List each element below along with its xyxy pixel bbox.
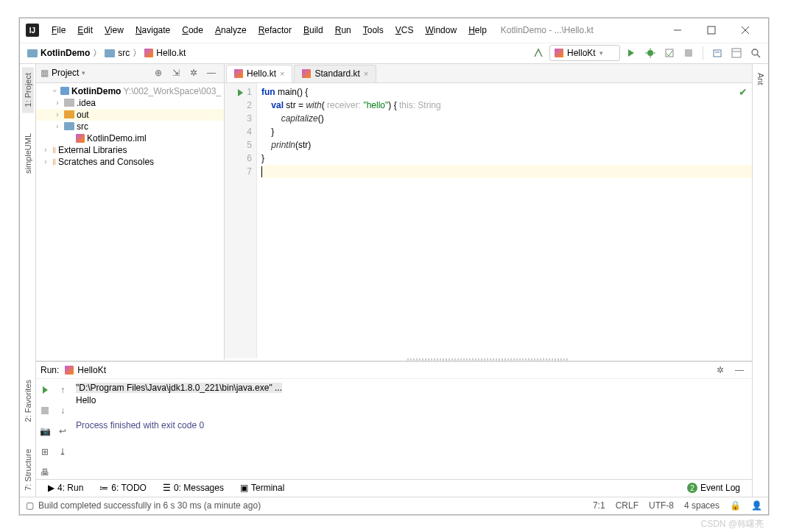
menu-navigate[interactable]: Navigate [130,22,175,38]
tree-row[interactable]: ›⫴ External Libraries [36,144,224,156]
stop-run-button[interactable] [37,402,53,419]
layout-button[interactable]: ⊞ [37,444,53,460]
kotlin-icon [65,366,74,375]
main-menu: FileEditViewNavigateCodeAnalyzeRefactorB… [46,22,492,38]
messages-tab[interactable]: ☰ 0: Messages [155,481,231,494]
svg-line-16 [757,54,760,57]
menu-window[interactable]: Window [420,22,462,38]
menu-file[interactable]: File [46,22,71,38]
debug-button[interactable] [642,45,658,61]
kotlin-icon [555,49,563,57]
structure-button[interactable] [728,45,745,61]
expand-icon[interactable]: ⇲ [168,65,184,81]
caret-position[interactable]: 7:1 [593,500,605,511]
inspector-icon[interactable]: 👤 [751,500,762,511]
console-stdout: Hello [76,394,747,407]
run-tab[interactable]: ▶ 4: Run [41,481,91,494]
menu-analyze[interactable]: Analyze [210,22,252,38]
encoding[interactable]: UTF-8 [649,500,674,511]
line-separator[interactable]: CRLF [616,500,639,511]
wrap-button[interactable]: ↩ [54,423,71,439]
menu-run[interactable]: Run [330,22,356,38]
svg-rect-1 [708,26,715,34]
right-tool-gutter: Ant [752,64,768,497]
project-tree[interactable]: › KotlinDemo Y:\002_WorkSpace\003_› .ide… [36,83,224,170]
status-message: Build completed successfully in 6 s 30 m… [38,500,261,511]
print-button[interactable]: 🖶 [37,464,53,480]
ant-tool-tab[interactable]: Ant [755,67,767,91]
code-body[interactable]: ✔ fun main() { val str = with( receiver:… [257,83,752,358]
editor-tab[interactable]: Hello.kt× [226,65,292,82]
uml-tool-tab[interactable]: simpleUML [22,127,34,180]
window-title: KotlinDemo - ...\Hello.kt [501,25,594,35]
scroll-button[interactable]: ⤓ [54,444,71,460]
menu-build[interactable]: Build [298,22,328,38]
maximize-button[interactable] [694,19,728,41]
watermark: CSDN @韩曙亮 [700,518,764,531]
stop-button[interactable] [680,45,697,61]
minimize-button[interactable] [661,19,694,41]
locate-icon[interactable]: ⊕ [150,65,166,81]
menu-code[interactable]: Code [177,22,208,38]
tree-row[interactable]: › src [36,121,224,132]
tree-row[interactable]: › KotlinDemo Y:\002_WorkSpace\003_ [36,85,224,97]
up-button[interactable]: ↑ [54,382,71,398]
resize-grip[interactable] [407,358,569,361]
hide-icon[interactable]: — [203,65,219,81]
project-panel-header: ▦Project▾ ⊕ ⇲ ✲ — [36,64,224,83]
build-icon[interactable] [530,45,546,61]
menu-refactor[interactable]: Refactor [253,22,297,38]
terminal-tab[interactable]: ▣ Terminal [233,481,292,494]
editor-area: Hello.kt×Standard.kt× 1234567 ✔ fun main… [225,64,752,361]
close-button[interactable] [728,19,762,41]
breadcrumb[interactable]: KotlinDemo〉src〉Hello.kt [24,46,189,60]
lock-icon[interactable]: 🔒 [730,500,741,511]
tree-row[interactable]: KotlinDemo.iml [36,132,224,144]
menu-help[interactable]: Help [463,22,492,38]
editor-tab[interactable]: Standard.kt× [294,65,376,82]
run-label: Run: [41,365,59,375]
breadcrumb-toolbar: KotlinDemo〉src〉Hello.kt HelloKt ▾ [20,43,768,64]
svg-rect-11 [714,50,721,57]
menu-tools[interactable]: Tools [358,22,389,38]
svg-rect-13 [732,49,741,57]
menu-vcs[interactable]: VCS [390,22,419,38]
content: ▦Project▾ ⊕ ⇲ ✲ — › KotlinDemo Y:\002_Wo… [36,64,752,497]
left-tool-gutter: 1: Project simpleUML 2: Favorites 7: Str… [20,64,36,497]
rerun-button[interactable] [37,382,53,398]
code-editor[interactable]: 1234567 ✔ fun main() { val str = with( r… [225,83,752,358]
titlebar: IJ FileEditViewNavigateCodeAnalyzeRefact… [20,18,768,43]
event-log-tab[interactable]: 2 Event Log [680,481,747,494]
coverage-button[interactable] [661,45,678,61]
project-panel: ▦Project▾ ⊕ ⇲ ✲ — › KotlinDemo Y:\002_Wo… [36,64,225,361]
menu-view[interactable]: View [99,22,129,38]
gear-icon[interactable]: ✲ [186,65,202,81]
update-button[interactable] [709,45,725,61]
tree-row[interactable]: › .idea [36,97,224,109]
svg-rect-10 [685,49,692,57]
console-exit: Process finished with exit code 0 [76,419,747,432]
console-command: "D:\Program Files\Java\jdk1.8.0_221\bin\… [76,383,282,393]
structure-tool-tab[interactable]: 7: Structure [22,443,34,497]
svg-point-4 [647,50,653,56]
run-controls: 📷 ⊞ 🖶 ↑ ↓ ↩ ⤓ [36,379,71,480]
favorites-tool-tab[interactable]: 2: Favorites [22,374,34,428]
inspection-ok-icon: ✔ [739,85,747,99]
tree-row[interactable]: › out [36,109,224,121]
run-config-label: HelloKt [567,48,596,58]
todo-tab[interactable]: ≔ 6: TODO [92,481,154,494]
project-tool-tab[interactable]: 1: Project [22,67,34,113]
down-button[interactable]: ↓ [54,402,71,419]
run-hide-icon[interactable]: — [731,362,747,378]
main-area: 1: Project simpleUML 2: Favorites 7: Str… [20,64,768,497]
run-gear-icon[interactable]: ✲ [712,362,728,378]
statusbar: ▢ Build completed successfully in 6 s 30… [20,497,768,514]
menu-edit[interactable]: Edit [72,22,98,38]
indent[interactable]: 4 spaces [684,500,720,511]
search-button[interactable] [747,45,764,61]
run-button[interactable] [623,45,639,61]
dump-button[interactable]: 📷 [37,423,53,439]
run-config-selector[interactable]: HelloKt ▾ [549,45,620,61]
console-output[interactable]: "D:\Program Files\Java\jdk1.8.0_221\bin\… [71,379,752,480]
tree-row[interactable]: ›⫴ Scratches and Consoles [36,156,224,168]
